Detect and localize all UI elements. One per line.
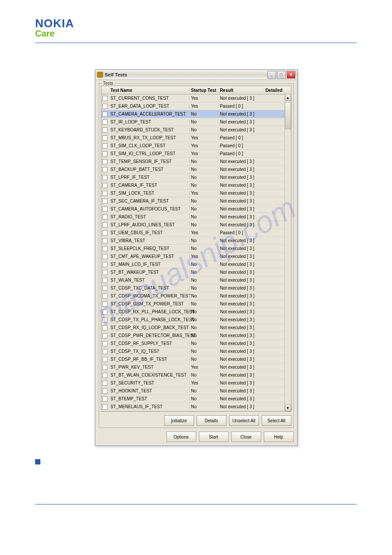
row-checkbox-cell[interactable]	[101, 159, 109, 164]
row-checkbox[interactable]	[102, 396, 108, 402]
table-row[interactable]: ST_CMT_APE_WAKEUP_TESTYesNot executed [ …	[101, 253, 291, 261]
row-checkbox[interactable]	[102, 301, 108, 307]
row-checkbox-cell[interactable]	[101, 333, 109, 338]
row-checkbox[interactable]	[102, 294, 108, 299]
row-checkbox[interactable]	[102, 388, 108, 394]
row-checkbox-cell[interactable]	[101, 396, 109, 402]
titlebar[interactable]: Self Tests _ □ ✕	[95, 70, 297, 80]
details-button[interactable]: Details	[197, 415, 227, 426]
row-checkbox[interactable]	[102, 309, 108, 315]
row-checkbox[interactable]	[102, 222, 108, 228]
row-checkbox[interactable]	[102, 262, 108, 267]
table-row[interactable]: ST_CAMERA_ACCELERATOR_TESTNoNot executed…	[101, 110, 291, 118]
row-checkbox[interactable]	[102, 373, 108, 378]
row-checkbox[interactable]	[102, 230, 108, 236]
row-checkbox-cell[interactable]	[101, 404, 109, 410]
help-button[interactable]: Help	[264, 432, 294, 442]
row-checkbox[interactable]	[102, 120, 108, 125]
row-checkbox-cell[interactable]	[101, 317, 109, 323]
row-checkbox[interactable]	[102, 325, 108, 330]
row-checkbox-cell[interactable]	[101, 278, 109, 283]
close-button[interactable]: ✕	[287, 71, 295, 79]
table-row[interactable]: ST_CDSP_RX_PLL_PHASE_LOCK_TESTNoNot exec…	[101, 308, 291, 316]
table-row[interactable]: ST_CDSP_WCDMA_TX_POWER_TESTNoNot execute…	[101, 292, 291, 300]
row-checkbox-cell[interactable]	[101, 357, 109, 362]
minimize-button[interactable]: _	[267, 71, 276, 79]
row-checkbox[interactable]	[102, 191, 108, 196]
header-startup-test[interactable]: Startup Test	[189, 88, 218, 93]
row-checkbox[interactable]	[102, 167, 108, 172]
start-button[interactable]: Start	[199, 432, 229, 442]
row-checkbox-cell[interactable]	[101, 222, 109, 228]
row-checkbox-cell[interactable]	[101, 254, 109, 259]
row-checkbox-cell[interactable]	[101, 286, 109, 291]
table-row[interactable]: ST_CDSP_RF_SUPPLY_TESTNoNot executed [ 3…	[101, 340, 291, 348]
table-row[interactable]: ST_BACKUP_BATT_TESTNoNot executed [ 3 ]	[101, 166, 291, 174]
table-row[interactable]: ST_CURRENT_CONS_TESTYesNot executed [ 3 …	[101, 94, 291, 102]
row-checkbox-cell[interactable]	[101, 120, 109, 125]
table-row[interactable]: ST_BTEMP_TESTNoNot executed [ 3 ]	[101, 395, 291, 403]
row-checkbox-cell[interactable]	[101, 104, 109, 109]
table-row[interactable]: ST_SIM_CLK_LOOP_TESTYesPassed [ 0 ]	[101, 142, 291, 150]
row-checkbox[interactable]	[102, 207, 108, 212]
header-test-name[interactable]: Test Name	[109, 88, 189, 93]
table-row[interactable]: ST_SIM_LOCK_TESTYesNot executed [ 3 ]	[101, 189, 291, 197]
table-row[interactable]: ST_CDSP_TX_PLL_PHASE_LOCK_TESTNoNot exec…	[101, 316, 291, 324]
row-checkbox-cell[interactable]	[101, 270, 109, 275]
row-checkbox[interactable]	[102, 175, 108, 180]
table-row[interactable]: ST_MAIN_LCD_IF_TESTNoNot executed [ 3 ]	[101, 261, 291, 268]
header-result[interactable]: Result	[218, 88, 264, 93]
row-checkbox[interactable]	[102, 286, 108, 291]
table-row[interactable]: ST_LPRF_AUDIO_LINES_TESTNoNot executed […	[101, 221, 291, 229]
row-checkbox-cell[interactable]	[101, 325, 109, 330]
row-checkbox-cell[interactable]	[101, 214, 109, 220]
table-row[interactable]: ST_LPRF_IF_TESTNoNot executed [ 3 ]	[101, 174, 291, 181]
row-checkbox-cell[interactable]	[101, 301, 109, 307]
scroll-thumb[interactable]	[285, 102, 291, 129]
table-row[interactable]: ST_UEM_CBUS_IF_TESTYesPassed [ 0 ]	[101, 229, 291, 237]
row-checkbox-cell[interactable]	[101, 388, 109, 394]
row-checkbox[interactable]	[102, 381, 108, 386]
table-row[interactable]: ST_EAR_DATA_LOOP_TESTYesPassed [ 0 ]	[101, 102, 291, 110]
table-row[interactable]: ST_CDSP_RX_IQ_LOOP_BACK_TESTNoNot execut…	[101, 324, 291, 332]
maximize-button[interactable]: □	[277, 71, 286, 79]
row-checkbox[interactable]	[102, 341, 108, 346]
row-checkbox-cell[interactable]	[101, 191, 109, 196]
table-row[interactable]: ST_RADIO_TESTNoNot executed [ 3 ]	[101, 213, 291, 221]
row-checkbox-cell[interactable]	[101, 207, 109, 212]
table-row[interactable]: ST_CDSP_TXC_DATA_TESTNoNot executed [ 3 …	[101, 284, 291, 292]
row-checkbox-cell[interactable]	[101, 151, 109, 156]
scroll-down-arrow[interactable]: ▼	[285, 404, 291, 411]
table-row[interactable]: ST_KEYBOARD_STUCK_TESTNoNot executed [ 3…	[101, 126, 291, 134]
row-checkbox-cell[interactable]	[101, 294, 109, 299]
row-checkbox-cell[interactable]	[101, 349, 109, 354]
row-checkbox-cell[interactable]	[101, 262, 109, 267]
row-checkbox[interactable]	[102, 151, 108, 156]
row-checkbox-cell[interactable]	[101, 135, 109, 141]
table-row[interactable]: ST_WLAN_TESTNoNot executed [ 3 ]	[101, 276, 291, 284]
table-row[interactable]: ST_BT_WAKEUP_TESTNoNot executed [ 3 ]	[101, 268, 291, 276]
row-checkbox-cell[interactable]	[101, 167, 109, 172]
row-checkbox-cell[interactable]	[101, 199, 109, 204]
row-checkbox-cell[interactable]	[101, 381, 109, 386]
row-checkbox-cell[interactable]	[101, 238, 109, 243]
header-detailed[interactable]: Detailed	[264, 88, 291, 93]
table-row[interactable]: ST_TEMP_SENSOR_IF_TESTNoNot executed [ 3…	[101, 158, 291, 166]
row-checkbox-cell[interactable]	[101, 246, 109, 251]
table-row[interactable]: ST_PWR_KEV_TESTYesNot executed [ 3 ]	[101, 363, 291, 371]
close-dialog-button[interactable]: Close	[231, 432, 261, 442]
table-row[interactable]: ST_CAMERA_IF_TESTNoNot executed [ 3 ]	[101, 181, 291, 189]
table-row[interactable]: ST_CDSP_GSM_TX_POWER_TESTNoNot executed …	[101, 300, 291, 308]
row-checkbox-cell[interactable]	[101, 309, 109, 315]
row-checkbox[interactable]	[102, 96, 108, 101]
row-checkbox[interactable]	[102, 278, 108, 283]
row-checkbox[interactable]	[102, 135, 108, 141]
row-checkbox-cell[interactable]	[101, 341, 109, 346]
table-row[interactable]: ST_VIBRA_TESTNoNot executed [ 3 ]	[101, 237, 291, 245]
row-checkbox[interactable]	[102, 254, 108, 259]
row-checkbox[interactable]	[102, 270, 108, 275]
row-checkbox-cell[interactable]	[101, 127, 109, 133]
table-row[interactable]: ST_SLEEPCLK_FREQ_TESTNoNot executed [ 3 …	[101, 245, 291, 253]
row-checkbox[interactable]	[102, 112, 108, 117]
table-row[interactable]: ST_MENELAUS_IF_TESTNoNot executed [ 3 ]	[101, 403, 291, 411]
